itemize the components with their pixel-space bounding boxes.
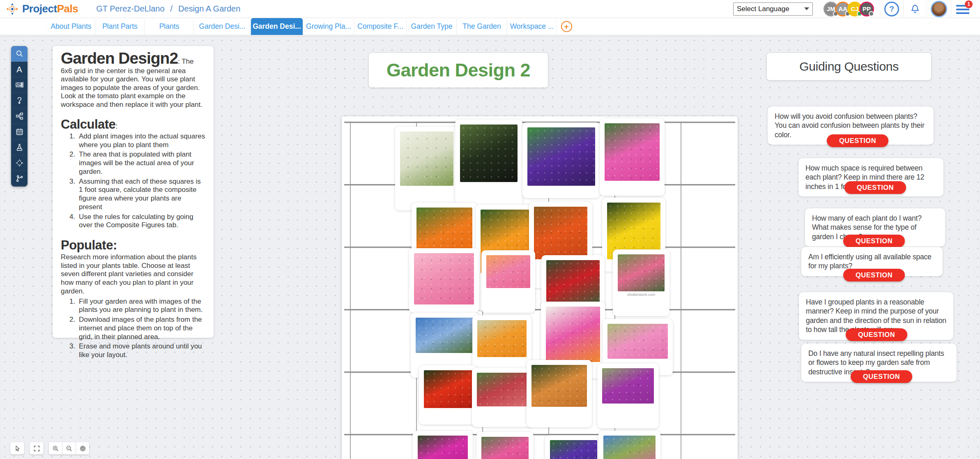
flower-pink-mandevilla[interactable]: shutterstock.com: [613, 249, 669, 316]
flower-pink-fireweed[interactable]: [598, 431, 660, 459]
flower-photo-marigold-field: [534, 207, 587, 259]
flower-photo-pink-azalea: [414, 253, 474, 304]
language-select[interactable]: Select Language: [733, 2, 813, 16]
flower-white-petunias[interactable]: [395, 127, 458, 210]
help-icon: ?: [884, 2, 899, 16]
fullscreen-button[interactable]: [30, 442, 44, 454]
flower-purple-gomphrena[interactable]: [597, 363, 659, 428]
zoom-in-button[interactable]: [49, 442, 62, 454]
breadcrumb-project[interactable]: Design A Garden: [178, 4, 240, 14]
cursor-icon: [14, 445, 21, 452]
flower-photo-purple-gomphrena: [602, 368, 654, 404]
tool-text-icon[interactable]: A: [11, 62, 28, 77]
guiding-question-card-3[interactable]: How many of each plant do I want? What m…: [805, 208, 945, 247]
zoom-reset-button[interactable]: [76, 442, 89, 454]
calculate-heading: Calculate:: [61, 118, 205, 131]
notifications-button[interactable]: [904, 4, 927, 14]
breadcrumb-team[interactable]: GT Perez-DeLlano: [96, 4, 164, 14]
grid-line: [344, 434, 735, 435]
tool-calendar-icon[interactable]: [11, 124, 28, 140]
tool-branch-icon[interactable]: [11, 171, 28, 187]
flower-purple-petunias[interactable]: [522, 122, 600, 198]
tab-composite-f[interactable]: Composite F...: [354, 18, 407, 35]
tool-media-icon[interactable]: [11, 77, 28, 93]
fullscreen-icon: [33, 445, 40, 452]
collaborator-avatar-pp[interactable]: PP: [859, 2, 874, 16]
flower-magenta-cleome[interactable]: [413, 431, 473, 459]
instructions-lead: Garden Design2: The 6x6 grid in the cent…: [61, 50, 205, 109]
tool-palette: A: [11, 46, 28, 187]
zoom-out-icon: [66, 445, 73, 452]
tab-plants[interactable]: Plants: [145, 18, 194, 35]
instruction-step: Use the rules for calculating by going o…: [77, 213, 205, 230]
breadcrumb-separator: /: [170, 4, 173, 14]
question-button[interactable]: QUESTION: [843, 269, 905, 281]
tool-target-icon[interactable]: [11, 155, 28, 171]
tab-garden-type[interactable]: Garden Type: [407, 18, 457, 35]
instructions-card[interactable]: Garden Design2: The 6x6 grid in the cent…: [53, 46, 214, 338]
flower-pink-petunias[interactable]: [600, 118, 665, 196]
question-button[interactable]: QUESTION: [846, 328, 907, 341]
flower-photo-red-celosia: [424, 370, 472, 408]
instruction-step: Fill your garden area with images of the…: [77, 298, 205, 314]
question-button[interactable]: QUESTION: [827, 134, 888, 147]
flower-purple-cornflower[interactable]: [545, 435, 602, 459]
pointer-tool-button[interactable]: [10, 442, 24, 454]
tab-garden-desi[interactable]: Garden Desi...: [194, 18, 251, 35]
guiding-question-card-4[interactable]: Am I efficiently using all available spa…: [801, 247, 943, 276]
flower-photo-red-petunia: [546, 260, 600, 305]
tab-bar: About PlantsPlant PartsPlantsGarden Desi…: [0, 18, 980, 35]
tab-growing-pla[interactable]: Growing Pla...: [303, 18, 354, 35]
flower-pink-cleome[interactable]: [476, 432, 534, 459]
add-tab-button[interactable]: +: [557, 18, 576, 35]
tab-about-plants[interactable]: About Plants: [47, 18, 95, 35]
flower-photo-magenta-cleome: [418, 436, 468, 459]
flower-photo-black-petunias: [460, 125, 518, 182]
tool-flowchart-icon[interactable]: [11, 108, 28, 124]
menu-notification-badge: 1: [965, 0, 973, 8]
flower-photo-pink-mandevilla: [618, 254, 665, 291]
guiding-question-card-2[interactable]: How much space is required between each …: [798, 158, 943, 196]
app-logo[interactable]: ProjectPals: [6, 2, 78, 16]
flower-photo-orange-amaranth: [531, 365, 587, 407]
flower-pink-azalea[interactable]: [409, 248, 479, 313]
tool-search-icon[interactable]: [11, 46, 28, 62]
question-button[interactable]: QUESTION: [843, 235, 905, 247]
flower-photo-pink-fireweed: [603, 436, 656, 459]
breadcrumb: GT Perez-DeLlano / Design A Garden: [96, 4, 240, 14]
grid-line: [681, 122, 681, 459]
flower-celosia-mix[interactable]: [472, 368, 534, 427]
user-avatar[interactable]: [931, 1, 947, 17]
board-title-card[interactable]: Garden Design 2: [369, 53, 548, 88]
question-button[interactable]: QUESTION: [844, 181, 906, 194]
flower-pink-roses[interactable]: [481, 250, 535, 313]
tab-plant-parts[interactable]: Plant Parts: [95, 18, 145, 35]
workspace-canvas[interactable]: A Garden Design2: The 6x6 grid in the ce…: [0, 36, 980, 459]
tab-workspace[interactable]: Workspace ...: [507, 18, 557, 35]
question-button[interactable]: QUESTION: [851, 370, 912, 383]
flower-orange-amaranth[interactable]: [527, 360, 592, 427]
flower-photo-pink-roses: [486, 255, 530, 288]
tab-the-garden[interactable]: The Garden: [457, 18, 507, 35]
flower-photo-pink-cosmos-field: [607, 324, 668, 359]
guiding-question-card-5[interactable]: Have I grouped plants in a reasonable ma…: [799, 292, 953, 340]
guiding-question-card-1[interactable]: How will you avoid confusion between pla…: [768, 106, 934, 145]
tab-strip: About PlantsPlant PartsPlantsGarden Desi…: [47, 18, 557, 35]
garden-grid-board[interactable]: shutterstock.com: [342, 116, 738, 459]
tool-question-icon[interactable]: [11, 93, 28, 108]
guiding-questions-title: Guiding Questions: [799, 60, 899, 74]
plus-icon: +: [561, 21, 572, 32]
instruction-step: Add plant images into the actual squares…: [77, 132, 205, 149]
guiding-question-card-6[interactable]: Do I have any natural insect repelling p…: [801, 344, 957, 382]
tool-flask-icon[interactable]: [11, 140, 28, 155]
help-button[interactable]: ?: [880, 2, 903, 16]
guiding-questions-title-card[interactable]: Guiding Questions: [767, 53, 931, 80]
flower-black-petunias[interactable]: [455, 120, 522, 211]
menu-hamburger-icon[interactable]: 1: [951, 4, 974, 14]
compass-logo-icon: [6, 2, 19, 16]
header-right-cluster: Select Language JMAACJPP ? 1: [733, 0, 974, 18]
populate-list: Fill your garden area with images of the…: [61, 298, 205, 360]
zoom-out-button[interactable]: [62, 442, 76, 454]
tab-garden-desi[interactable]: Garden Desi...: [251, 18, 303, 35]
flower-red-celosia[interactable]: [419, 365, 477, 424]
